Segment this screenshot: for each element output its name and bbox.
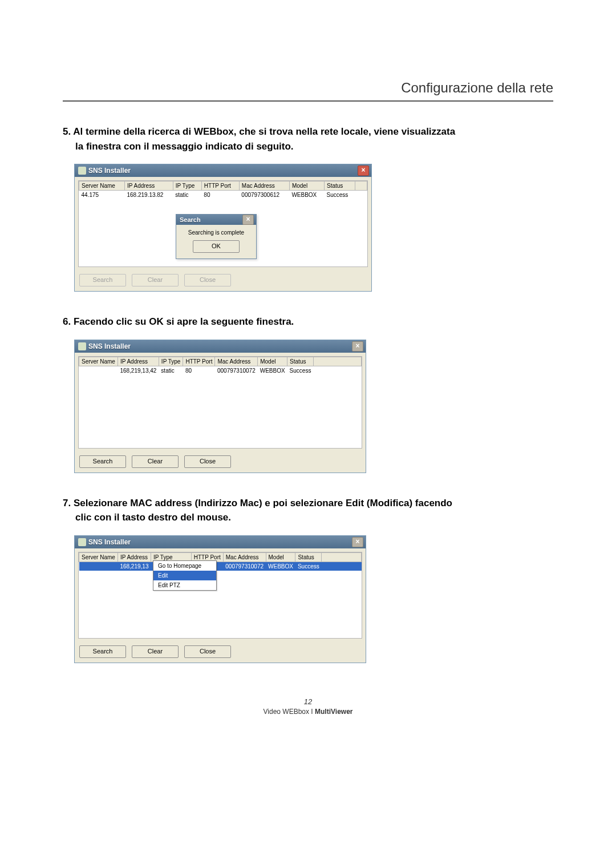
cell-server: [79, 562, 118, 571]
dialog-titlebar: Search ×: [176, 215, 256, 225]
cell-ip: 168.219.13.82: [124, 191, 173, 200]
dialog-body: Searching is complete OK: [176, 225, 256, 259]
cell-mac: 000797310072: [215, 366, 258, 375]
close-icon[interactable]: ×: [352, 537, 363, 547]
step-7-text: 7. Selezionare MAC address (Indirizzo Ma…: [63, 496, 553, 525]
step-7-num: 7.: [63, 498, 71, 508]
window-inner: Server Name IP Address IP Type HTTP Port…: [78, 552, 362, 639]
footer: 12 Video WEBbox I MultiViewer: [63, 697, 553, 716]
col-model[interactable]: Model: [289, 181, 324, 191]
close-icon[interactable]: ×: [358, 165, 369, 176]
page-number: 12: [63, 697, 553, 706]
button-row: Search Clear Close: [75, 271, 371, 291]
menu-item-homepage[interactable]: Go to Homepage: [153, 561, 216, 571]
col-model[interactable]: Model: [266, 552, 295, 562]
step-5-num: 5.: [63, 126, 71, 137]
search-dialog: Search × Searching is complete OK: [176, 214, 257, 259]
col-ip[interactable]: IP Address: [117, 357, 159, 366]
close-icon[interactable]: ×: [352, 341, 363, 352]
cell-mac: 000797300612: [239, 191, 289, 200]
window-title: SNS Installer: [88, 342, 350, 350]
col-mac[interactable]: Mac Address: [223, 552, 266, 562]
cell-server: 44.175: [79, 191, 125, 200]
col-iptype[interactable]: IP Type: [173, 181, 201, 191]
dialog-title: Search: [180, 216, 240, 223]
button-row: Search Clear Close: [75, 642, 366, 663]
search-button[interactable]: Search: [79, 455, 126, 468]
close-button[interactable]: Close: [184, 455, 231, 468]
cell-port: 80: [183, 366, 215, 375]
cell-iptype: static: [159, 366, 183, 375]
clear-button[interactable]: Clear: [132, 645, 179, 658]
step-5: 5. Al termine della ricerca di WEBbox, c…: [63, 124, 553, 292]
results-table: Server Name IP Address IP Type HTTP Port…: [79, 357, 362, 375]
col-iptype[interactable]: IP Type: [159, 357, 183, 366]
step-6-num: 6.: [63, 316, 71, 327]
titlebar: SNS Installer ×: [75, 164, 371, 177]
window-inner: Server Name IP Address IP Type HTTP Port…: [78, 356, 362, 449]
results-table: Server Name IP Address IP Type HTTP Port…: [79, 181, 367, 199]
context-menu: Go to Homepage Edit Edit PTZ: [153, 560, 217, 591]
product-line: Video WEBbox I MultiViewer: [264, 708, 353, 716]
window-inner: Server Name IP Address IP Type HTTP Port…: [78, 180, 368, 267]
sns-installer-window-2: SNS Installer × Server Name IP Address I…: [74, 340, 366, 473]
product-name: Video WEBbox I: [264, 708, 315, 716]
sns-installer-window-3: SNS Installer × Server Name IP Address I…: [74, 535, 366, 663]
col-status[interactable]: Status: [295, 552, 322, 562]
table-header-row: Server Name IP Address IP Type HTTP Port…: [79, 552, 362, 562]
step-5-line1: Al termine della ricerca di WEBbox, che …: [73, 126, 455, 137]
col-server[interactable]: Server Name: [79, 181, 125, 191]
menu-item-editptz[interactable]: Edit PTZ: [153, 580, 216, 590]
step-5-text: 5. Al termine della ricerca di WEBbox, c…: [63, 124, 553, 154]
cell-model: WEBBOX: [289, 191, 324, 200]
close-icon[interactable]: ×: [242, 215, 254, 225]
cell-model: WEBBOX: [266, 562, 295, 571]
table-area: Server Name IP Address IP Type HTTP Port…: [79, 552, 362, 638]
product-bold: MultiViewer: [315, 708, 352, 716]
header-divider: [63, 100, 553, 102]
col-ip[interactable]: IP Address: [124, 181, 173, 191]
ok-button[interactable]: OK: [193, 240, 240, 253]
col-spacer: [355, 181, 367, 191]
table-area: Server Name IP Address IP Type HTTP Port…: [79, 181, 367, 267]
window-title: SNS Installer: [88, 538, 350, 546]
cell-ip: 168,219,13,42: [117, 366, 159, 375]
table-row[interactable]: 168,219,13 000797310072 WEBBOX Success: [79, 562, 362, 571]
cell-status: Success: [325, 191, 355, 200]
search-button[interactable]: Search: [79, 645, 126, 658]
table-row[interactable]: 44.175 168.219.13.82 static 80 000797300…: [79, 191, 367, 200]
step-7: 7. Selezionare MAC address (Indirizzo Ma…: [63, 496, 553, 663]
close-button[interactable]: Close: [184, 645, 231, 658]
menu-item-edit[interactable]: Edit: [153, 571, 216, 580]
col-port[interactable]: HTTP Port: [201, 181, 239, 191]
clear-button[interactable]: Clear: [132, 455, 179, 468]
col-server[interactable]: Server Name: [79, 357, 118, 366]
table-header-row: Server Name IP Address IP Type HTTP Port…: [79, 357, 362, 366]
results-table: Server Name IP Address IP Type HTTP Port…: [79, 552, 362, 571]
button-row: Search Clear Close: [75, 452, 366, 473]
cell-status: Success: [287, 366, 314, 375]
col-model[interactable]: Model: [258, 357, 287, 366]
col-ip[interactable]: IP Address: [117, 552, 151, 562]
col-port[interactable]: HTTP Port: [183, 357, 215, 366]
step-6: 6. Facendo clic su OK si apre la seguent…: [63, 314, 553, 473]
cell-server: [79, 366, 118, 375]
step-6-text: 6. Facendo clic su OK si apre la seguent…: [63, 314, 553, 329]
col-mac[interactable]: Mac Address: [215, 357, 258, 366]
cell-mac: 000797310072: [223, 562, 266, 571]
col-spacer: [313, 357, 361, 366]
table-area: Server Name IP Address IP Type HTTP Port…: [79, 357, 362, 448]
step-7-line1: Selezionare MAC address (Indirizzo Mac) …: [74, 498, 452, 508]
col-status[interactable]: Status: [325, 181, 355, 191]
app-icon: [78, 342, 86, 350]
step-5-line2: la finestra con il messaggio indicato di…: [75, 139, 553, 154]
page-title: Configurazione della rete: [63, 80, 553, 96]
close-button: Close: [184, 274, 231, 286]
col-server[interactable]: Server Name: [79, 552, 118, 562]
cell-status: Success: [295, 562, 322, 571]
step-7-line2: clic con il tasto destro del mouse.: [75, 510, 553, 525]
table-row[interactable]: 168,219,13,42 static 80 000797310072 WEB…: [79, 366, 362, 375]
col-status[interactable]: Status: [287, 357, 314, 366]
dialog-message: Searching is complete: [180, 229, 253, 236]
col-mac[interactable]: Mac Address: [239, 181, 289, 191]
